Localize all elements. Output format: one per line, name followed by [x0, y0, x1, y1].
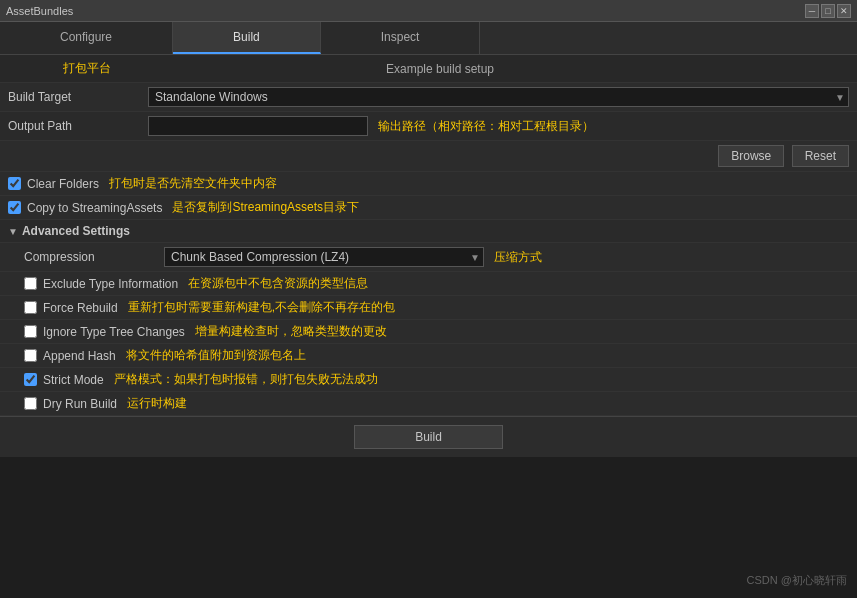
build-target-value: Standalone Windows Standalone Windows64 … [148, 87, 849, 107]
tab-configure[interactable]: Configure [0, 22, 173, 54]
example-subtitle: Example build setup [111, 62, 769, 76]
output-path-value: AssetBundles/StandaloneWindows 输出路径（相对路径… [148, 116, 849, 136]
compression-select[interactable]: Chunk Based Compression (LZ4) No Compres… [164, 247, 484, 267]
force-rebuild-row: Force Rebuild 重新打包时需要重新构建包,不会删除不再存在的包 [0, 296, 857, 320]
window-title: AssetBundles [6, 5, 73, 17]
build-platform-annotation: 打包平台 [63, 60, 111, 77]
browse-reset-buttons: Browse Reset [714, 145, 849, 167]
output-path-annotation: 输出路径（相对路径：相对工程根目录） [378, 118, 594, 135]
tab-inspect[interactable]: Inspect [321, 22, 481, 54]
clear-folders-checkbox[interactable] [8, 177, 21, 190]
copy-streaming-checkbox[interactable] [8, 201, 21, 214]
build-target-select-wrapper[interactable]: Standalone Windows Standalone Windows64 … [148, 87, 849, 107]
clear-folders-label: Clear Folders [27, 177, 99, 191]
compression-label: Compression [24, 250, 164, 264]
build-target-label: Build Target [8, 90, 148, 104]
tab-bar: Configure Build Inspect [0, 22, 857, 55]
strict-mode-label: Strict Mode [43, 373, 104, 387]
collapse-icon: ▼ [8, 226, 18, 237]
tab-build[interactable]: Build [173, 22, 321, 54]
force-rebuild-checkbox[interactable] [24, 301, 37, 314]
title-bar: AssetBundles ─ □ ✕ [0, 0, 857, 22]
watermark: CSDN @初心晓轩雨 [747, 573, 847, 588]
output-path-input[interactable]: AssetBundles/StandaloneWindows [148, 116, 368, 136]
ignore-type-tree-label: Ignore Type Tree Changes [43, 325, 185, 339]
ignore-type-tree-annotation: 增量构建检查时，忽略类型数的更改 [195, 323, 387, 340]
force-rebuild-annotation: 重新打包时需要重新构建包,不会删除不再存在的包 [128, 299, 395, 316]
append-hash-label: Append Hash [43, 349, 116, 363]
output-path-label: Output Path [8, 119, 148, 133]
exclude-type-info-row: Exclude Type Information 在资源包中不包含资源的类型信息 [0, 272, 857, 296]
title-bar-left: AssetBundles [6, 5, 73, 17]
append-hash-checkbox[interactable] [24, 349, 37, 362]
strict-mode-checkbox[interactable] [24, 373, 37, 386]
advanced-settings-header[interactable]: ▼ Advanced Settings [0, 220, 857, 243]
clear-folders-row: Clear Folders 打包时是否先清空文件夹中内容 [0, 172, 857, 196]
build-target-select[interactable]: Standalone Windows Standalone Windows64 … [148, 87, 849, 107]
ignore-type-tree-checkbox[interactable] [24, 325, 37, 338]
copy-streaming-annotation: 是否复制到StreamingAssets目录下 [172, 199, 359, 216]
compression-row: Compression Chunk Based Compression (LZ4… [0, 243, 857, 272]
window-controls[interactable]: ─ □ ✕ [805, 4, 851, 18]
dry-run-annotation: 运行时构建 [127, 395, 187, 412]
advanced-settings-title: Advanced Settings [22, 224, 130, 238]
dry-run-label: Dry Run Build [43, 397, 117, 411]
clear-folders-annotation: 打包时是否先清空文件夹中内容 [109, 175, 277, 192]
build-target-row: Build Target Standalone Windows Standalo… [0, 83, 857, 112]
copy-streaming-row: Copy to StreamingAssets 是否复制到StreamingAs… [0, 196, 857, 220]
maximize-button[interactable]: □ [821, 4, 835, 18]
reset-button[interactable]: Reset [792, 145, 849, 167]
bottom-area [0, 457, 857, 598]
output-path-row: Output Path AssetBundles/StandaloneWindo… [0, 112, 857, 141]
compression-value: Chunk Based Compression (LZ4) No Compres… [164, 247, 849, 267]
append-hash-row: Append Hash 将文件的哈希值附加到资源包名上 [0, 344, 857, 368]
strict-mode-annotation: 严格模式：如果打包时报错，则打包失败无法成功 [114, 371, 378, 388]
close-button[interactable]: ✕ [837, 4, 851, 18]
compression-select-wrapper[interactable]: Chunk Based Compression (LZ4) No Compres… [164, 247, 484, 267]
exclude-type-info-annotation: 在资源包中不包含资源的类型信息 [188, 275, 368, 292]
browse-button[interactable]: Browse [718, 145, 784, 167]
exclude-type-info-label: Exclude Type Information [43, 277, 178, 291]
exclude-type-info-checkbox[interactable] [24, 277, 37, 290]
minimize-button[interactable]: ─ [805, 4, 819, 18]
copy-streaming-label: Copy to StreamingAssets [27, 201, 162, 215]
append-hash-annotation: 将文件的哈希值附加到资源包名上 [126, 347, 306, 364]
build-button-row: Build [0, 416, 857, 457]
build-button[interactable]: Build [354, 425, 503, 449]
dry-run-checkbox[interactable] [24, 397, 37, 410]
ignore-type-tree-row: Ignore Type Tree Changes 增量构建检查时，忽略类型数的更… [0, 320, 857, 344]
compression-annotation: 压缩方式 [494, 249, 542, 266]
force-rebuild-label: Force Rebuild [43, 301, 118, 315]
browse-reset-row: Browse Reset [0, 141, 857, 172]
strict-mode-row: Strict Mode 严格模式：如果打包时报错，则打包失败无法成功 [0, 368, 857, 392]
dry-run-row: Dry Run Build 运行时构建 [0, 392, 857, 416]
